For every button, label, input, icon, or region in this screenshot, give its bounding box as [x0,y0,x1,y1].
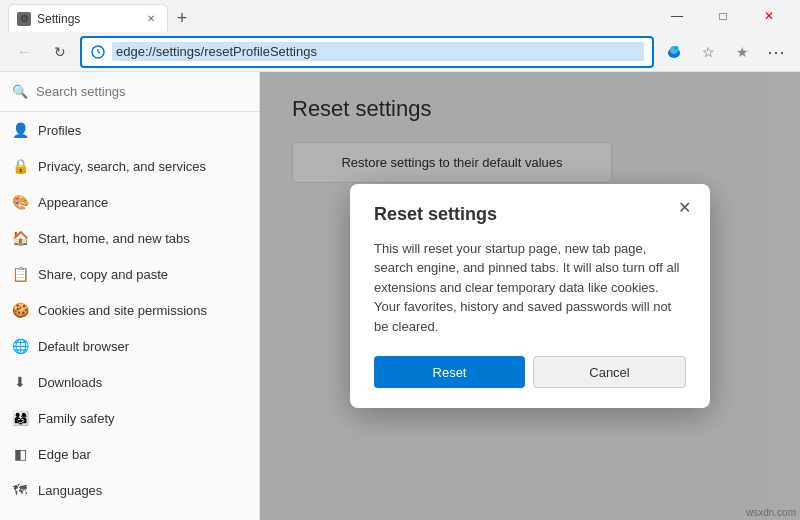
languages-icon: 🗺 [12,482,28,498]
tab-strip: ⚙ Settings ✕ + [8,0,646,32]
sidebar-item-share-copy[interactable]: 📋 Share, copy and paste [0,256,259,292]
privacy-icon: 🔒 [12,158,28,174]
start-home-icon: 🏠 [12,230,28,246]
tab-favicon: ⚙ [17,12,31,26]
profiles-icon: 👤 [12,122,28,138]
dialog-actions: Reset Cancel [374,356,686,388]
window-controls: — □ ✕ [654,0,792,32]
sidebar-item-label: Languages [38,483,102,498]
sidebar-item-default-browser[interactable]: 🌐 Default browser [0,328,259,364]
sidebar-item-label: Profiles [38,123,81,138]
nav-bar: ← ↻ edge://settings/resetProfileSettings… [0,32,800,72]
title-bar: ⚙ Settings ✕ + — □ ✕ [0,0,800,32]
reload-button[interactable]: ↻ [44,36,76,68]
sidebar-item-privacy[interactable]: 🔒 Privacy, search, and services [0,148,259,184]
nav-right-buttons: ☆ ★ ⋯ [658,36,792,68]
sidebar-item-label: Share, copy and paste [38,267,168,282]
minimize-button[interactable]: — [654,0,700,32]
close-window-button[interactable]: ✕ [746,0,792,32]
sidebar-item-label: Family safety [38,411,115,426]
sidebar-item-label: Edge bar [38,447,91,462]
settings-tab[interactable]: ⚙ Settings ✕ [8,4,168,32]
back-button[interactable]: ← [8,36,40,68]
dialog-reset-button[interactable]: Reset [374,356,525,388]
downloads-icon: ⬇ [12,374,28,390]
sidebar-item-downloads[interactable]: ⬇ Downloads [0,364,259,400]
collections-button[interactable]: ☆ [692,36,724,68]
sidebar-item-family-safety[interactable]: 👨‍👩‍👧 Family safety [0,400,259,436]
sidebar-item-profiles[interactable]: 👤 Profiles [0,112,259,148]
content-area: Reset settings Restore settings to their… [260,72,800,520]
search-input[interactable] [36,84,247,99]
dialog-overlay: ✕ Reset settings This will reset your st… [260,72,800,520]
new-tab-button[interactable]: + [168,4,196,32]
appearance-icon: 🎨 [12,194,28,210]
dialog-cancel-button[interactable]: Cancel [533,356,686,388]
sidebar-item-start-home[interactable]: 🏠 Start, home, and new tabs [0,220,259,256]
reset-dialog: ✕ Reset settings This will reset your st… [350,184,710,409]
sidebar-item-label: Downloads [38,375,102,390]
more-button[interactable]: ⋯ [760,36,792,68]
sidebar-item-label: Start, home, and new tabs [38,231,190,246]
default-browser-icon: 🌐 [12,338,28,354]
sidebar-item-label: Cookies and site permissions [38,303,207,318]
edge-bar-icon: ◧ [12,446,28,462]
tab-close-button[interactable]: ✕ [143,11,159,27]
sidebar: 🔍 👤 Profiles 🔒 Privacy, search, and serv… [0,72,260,520]
dialog-title: Reset settings [374,204,686,225]
sidebar-item-label: Privacy, search, and services [38,159,206,174]
cookies-icon: 🍪 [12,302,28,318]
svg-point-3 [674,46,679,50]
sidebar-item-label: Default browser [38,339,129,354]
search-icon: 🔍 [12,84,28,99]
maximize-button[interactable]: □ [700,0,746,32]
sidebar-item-languages[interactable]: 🗺 Languages [0,472,259,508]
family-safety-icon: 👨‍👩‍👧 [12,410,28,426]
sidebar-item-label: Appearance [38,195,108,210]
sidebar-item-printers[interactable]: 🖨 Printers [0,508,259,520]
address-bar[interactable]: edge://settings/resetProfileSettings [80,36,654,68]
edge-logo-button[interactable] [658,36,690,68]
favorites-button[interactable]: ★ [726,36,758,68]
share-copy-icon: 📋 [12,266,28,282]
page-icon [90,44,106,60]
tab-label: Settings [37,12,80,26]
dialog-close-button[interactable]: ✕ [672,196,696,220]
sidebar-item-cookies[interactable]: 🍪 Cookies and site permissions [0,292,259,328]
sidebar-item-appearance[interactable]: 🎨 Appearance [0,184,259,220]
dialog-body: This will reset your startup page, new t… [374,239,686,337]
main-layout: 🔍 👤 Profiles 🔒 Privacy, search, and serv… [0,72,800,520]
sidebar-item-edge-bar[interactable]: ◧ Edge bar [0,436,259,472]
search-box[interactable]: 🔍 [0,72,259,112]
address-text: edge://settings/resetProfileSettings [112,42,644,61]
